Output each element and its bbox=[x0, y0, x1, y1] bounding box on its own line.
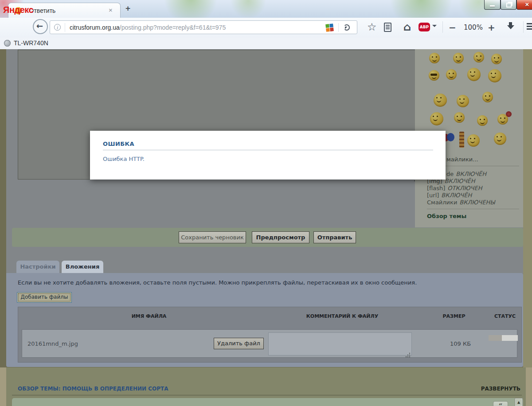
divider bbox=[523, 21, 524, 33]
delete-file-button[interactable]: Удалить файл bbox=[214, 338, 264, 349]
new-tab-button[interactable]: + bbox=[125, 4, 130, 12]
divider bbox=[12, 395, 522, 395]
attachment-size: 109 КБ bbox=[450, 340, 471, 347]
smiley-confused-icon[interactable] bbox=[429, 53, 440, 63]
tab-close-icon[interactable]: × bbox=[109, 7, 113, 14]
zoom-out-button[interactable]: − bbox=[449, 22, 456, 33]
url-bar[interactable]: i citrusforum.org.ua/posting.php?mode=re… bbox=[50, 20, 357, 34]
divider bbox=[427, 209, 519, 209]
error-dialog: ОШИБКА Ошибка HTTP. bbox=[90, 131, 446, 180]
refresh-icon[interactable] bbox=[344, 24, 350, 31]
smiley-neutral-icon[interactable] bbox=[454, 112, 465, 123]
page-background bbox=[523, 49, 532, 367]
smiley-rose-gift-icon[interactable] bbox=[497, 114, 508, 125]
topic-review-header[interactable]: ОБЗОР ТЕМЫ: ПОМОЩЬ В ОПРЕДЕЛЕНИИ СОРТА bbox=[18, 386, 168, 392]
topic-review-post: Re: Помощь в определении сорта “ ▲ bbox=[12, 398, 523, 406]
globe-favicon-icon bbox=[4, 40, 11, 47]
smiley-bee-icon[interactable] bbox=[494, 133, 506, 145]
smiley-eating-forks-icon[interactable] bbox=[467, 68, 481, 81]
scrollbar[interactable]: ▲ bbox=[515, 398, 523, 406]
textarea-resize-handle[interactable] bbox=[407, 350, 410, 354]
bookmark-star-icon[interactable]: ☆ bbox=[367, 21, 377, 33]
tab-attachments[interactable]: Вложения bbox=[62, 261, 103, 273]
smiley-shocked-icon[interactable] bbox=[473, 52, 484, 62]
restore-button[interactable] bbox=[501, 0, 516, 10]
avg-extension-icon[interactable] bbox=[325, 23, 334, 32]
smiley-smile-icon[interactable] bbox=[453, 53, 464, 63]
more-smileys-link[interactable]: майлики... bbox=[446, 156, 478, 163]
topic-review-section: ОБЗОР ТЕМЫ: ПОМОЩЬ В ОПРЕДЕЛЕНИИ СОРТА Р… bbox=[0, 367, 532, 406]
browser-window: - Ответить × + × Яндекс ← i citrusforum.… bbox=[0, 0, 532, 406]
bookmark-item[interactable]: TL-WR740N bbox=[14, 39, 48, 47]
divider bbox=[103, 150, 433, 150]
restore-icon bbox=[506, 3, 512, 8]
back-button[interactable]: ← bbox=[33, 19, 48, 34]
column-header: ИМЯ ФАЙЛА bbox=[132, 313, 167, 319]
smiley-rolling-eyes-icon[interactable] bbox=[482, 92, 493, 102]
upload-progress-bar bbox=[489, 335, 518, 341]
bbcode-status-line: [flash]ОТКЛЮЧЕН bbox=[427, 185, 482, 191]
page-background bbox=[526, 367, 532, 406]
preview-button[interactable]: Предпросмотр bbox=[252, 231, 309, 243]
back-arrow-icon: ← bbox=[36, 21, 43, 31]
column-header: КОММЕНТАРИЙ К ФАЙЛУ bbox=[306, 313, 378, 319]
zoom-level[interactable]: 100% bbox=[464, 23, 483, 31]
smiley-excited-hands-icon[interactable] bbox=[488, 69, 501, 82]
bbcode-status-line: deВКЛЮЧЁН bbox=[446, 171, 486, 177]
divider bbox=[442, 21, 443, 33]
yandex-logo[interactable]: Яндекс bbox=[3, 5, 33, 15]
submit-button[interactable]: Отправить bbox=[313, 231, 356, 243]
smiley-cool-sunglasses-icon[interactable] bbox=[429, 70, 439, 81]
file-comment-textarea[interactable] bbox=[268, 332, 412, 355]
url-text[interactable]: citrusforum.org.ua/posting.php?mode=repl… bbox=[70, 24, 226, 31]
smiley-clapping-icon[interactable] bbox=[434, 94, 447, 107]
zoom-in-button[interactable]: + bbox=[488, 22, 495, 33]
expand-link[interactable]: РАЗВЕРНУТЬ bbox=[481, 386, 520, 392]
attachments-hint: Если вы не хотите добавлять вложения, ос… bbox=[18, 279, 417, 286]
page-background bbox=[0, 367, 6, 406]
scroll-up-icon[interactable]: ▲ bbox=[516, 399, 522, 406]
home-icon[interactable]: ⌂ bbox=[403, 21, 411, 33]
bbcode-status-line: СмайликиВКЛЮЧЕНЫ bbox=[427, 199, 495, 206]
error-message: Ошибка HTTP. bbox=[103, 156, 145, 162]
topic-review-link[interactable]: Обзор темы bbox=[427, 213, 466, 219]
smiley-ladder-icon[interactable] bbox=[459, 132, 464, 148]
minimize-icon bbox=[490, 5, 495, 7]
page-content: майлики... deВКЛЮЧЁН [img]ВКЛЮЧЁН [flash… bbox=[0, 49, 532, 406]
smiley-magnifier-icon[interactable] bbox=[467, 134, 480, 147]
bbcode-status-line: [url]ВКЛЮЧЁН bbox=[427, 192, 472, 199]
downloads-icon[interactable] bbox=[507, 22, 514, 30]
window-titlebar: - Ответить × + × bbox=[0, 0, 532, 18]
smiley-crying-towel-icon[interactable] bbox=[457, 95, 469, 107]
column-header: РАЗМЕР bbox=[443, 313, 466, 319]
attachments-table: ИМЯ ФАЙЛА КОММЕНТАРИЙ К ФАЙЛУ РАЗМЕР СТА… bbox=[18, 307, 522, 363]
reading-list-icon[interactable] bbox=[384, 23, 391, 32]
adblock-plus-icon[interactable]: ABP bbox=[419, 23, 430, 31]
error-dialog-title: ОШИБКА bbox=[103, 141, 134, 147]
smiley-laughing-icon[interactable] bbox=[477, 115, 488, 126]
attachment-row: 20161mnd_m.jpg Удалить файл 109 КБ bbox=[22, 329, 517, 358]
hamburger-menu-icon[interactable] bbox=[527, 23, 532, 24]
smiley-star-struck-icon[interactable] bbox=[430, 112, 443, 125]
column-header: СТАТУС bbox=[494, 313, 516, 319]
quote-button[interactable]: “ bbox=[493, 401, 508, 406]
add-files-button[interactable]: Добавить файлы bbox=[17, 292, 72, 303]
smiley-waving-icon[interactable] bbox=[491, 54, 502, 64]
smiley-wink-icon[interactable] bbox=[446, 69, 457, 80]
close-icon: × bbox=[517, 0, 532, 8]
divider bbox=[338, 23, 339, 32]
tab-settings[interactable]: Настройки bbox=[16, 261, 59, 273]
site-info-icon[interactable]: i bbox=[54, 24, 61, 31]
bookmarks-bar: TL-WR740N bbox=[0, 38, 532, 50]
attachments-panel: Если вы не хотите добавлять вложения, ос… bbox=[6, 273, 523, 367]
submit-buttons-bar: Сохранить черновик Предпросмотр Отправит… bbox=[12, 228, 523, 247]
attachment-filename: 20161mnd_m.jpg bbox=[27, 340, 78, 347]
divider bbox=[65, 23, 65, 32]
close-button[interactable]: × bbox=[516, 0, 532, 10]
window-controls: × bbox=[484, 0, 532, 10]
abp-dropdown-caret-icon[interactable] bbox=[432, 25, 437, 29]
save-draft-button[interactable]: Сохранить черновик bbox=[179, 231, 246, 243]
minimize-button[interactable] bbox=[484, 0, 501, 10]
